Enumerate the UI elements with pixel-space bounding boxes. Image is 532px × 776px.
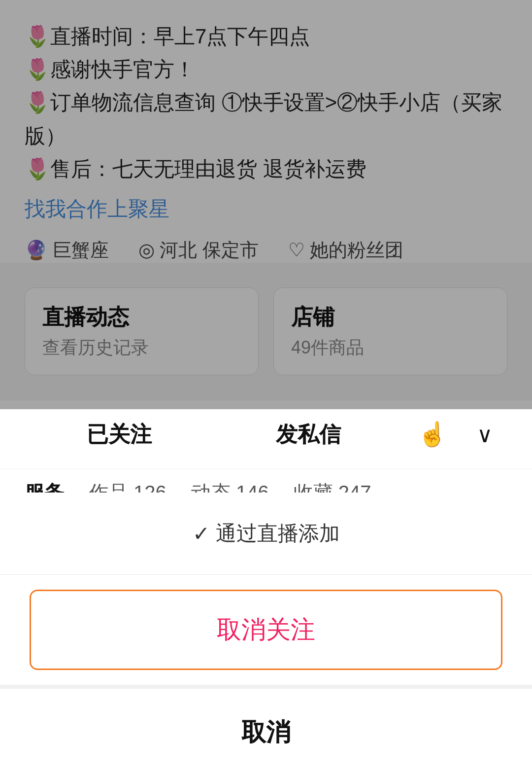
message-button[interactable]: 发私信 bbox=[214, 410, 403, 459]
profile-page: 🌷直播时间：早上7点下午四点 🌷感谢快手官方！ 🌷订单物流信息查询 ①快手设置>… bbox=[0, 0, 532, 776]
gesture-icon[interactable]: ☝ bbox=[403, 411, 462, 458]
cancel-row: 取消 bbox=[0, 689, 532, 776]
follow-source-label: 通过直播添加 bbox=[216, 520, 340, 547]
bottom-sheet: ✓ 通过直播添加 取消关注 取消 bbox=[0, 493, 532, 776]
cancel-button[interactable]: 取消 bbox=[241, 716, 291, 749]
check-icon: ✓ bbox=[193, 522, 210, 546]
unfollow-button[interactable]: 取消关注 bbox=[30, 590, 502, 670]
action-bar: 已关注 发私信 ☝ ∨ bbox=[0, 400, 532, 469]
follow-button[interactable]: 已关注 bbox=[25, 410, 214, 459]
unfollow-btn-row: 取消关注 bbox=[0, 575, 532, 689]
dim-overlay bbox=[0, 0, 532, 409]
more-chevron[interactable]: ∨ bbox=[462, 412, 507, 457]
follow-source-option: ✓ 通过直播添加 bbox=[0, 493, 532, 575]
